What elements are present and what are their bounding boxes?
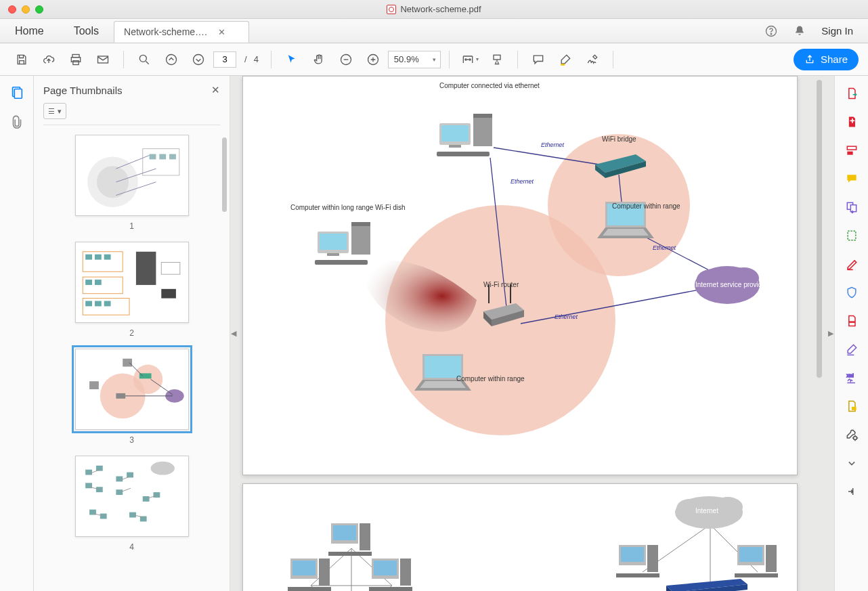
network-diagram (243, 76, 798, 476)
share-button[interactable]: Share (794, 49, 859, 70)
previous-page-icon[interactable] (159, 47, 183, 72)
page-separator: / (244, 54, 247, 64)
thumbnail-options-button[interactable]: ☰ ▾ (43, 103, 66, 119)
protect-icon[interactable] (845, 286, 859, 299)
zoom-window-button[interactable] (35, 5, 43, 14)
export-pdf-icon[interactable] (845, 87, 859, 100)
svg-rect-100 (735, 573, 778, 577)
pdf-file-icon (387, 5, 396, 14)
thumbnail-2[interactable]: 2 (34, 242, 230, 338)
thumbnail-1[interactable]: 1 (34, 135, 230, 231)
svg-rect-18 (159, 154, 166, 160)
page-view-icon[interactable] (485, 47, 509, 72)
svg-rect-106 (850, 205, 856, 212)
svg-rect-39 (89, 381, 99, 389)
window-controls (0, 5, 43, 14)
collapse-left-panel-icon[interactable]: ◀ (230, 322, 237, 346)
left-rail (0, 76, 34, 591)
cloud-upload-icon[interactable] (37, 47, 61, 72)
svg-rect-96 (616, 573, 659, 577)
collapse-right-rail-icon[interactable] (845, 485, 859, 498)
svg-rect-67 (437, 152, 490, 156)
redact-icon[interactable] (845, 257, 859, 271)
highlight-icon[interactable] (553, 47, 578, 72)
show-more-icon[interactable] (845, 456, 859, 470)
edit-pdf-icon[interactable] (845, 144, 859, 157)
svg-point-41 (150, 462, 174, 475)
thumbnails-scrollbar[interactable] (222, 137, 227, 212)
diagram-label: Internet (695, 507, 718, 515)
diagram-label: Computer within range (612, 202, 680, 210)
svg-point-7 (167, 54, 177, 64)
svg-rect-4 (73, 60, 79, 64)
compress-pdf-icon[interactable] (845, 314, 859, 328)
document-tab[interactable]: Network-scheme…. ✕ (114, 21, 249, 43)
organize-pages-icon[interactable] (845, 229, 859, 242)
zoom-level-select[interactable]: 50.9% (388, 51, 441, 68)
create-pdf-icon[interactable] (845, 115, 859, 129)
tab-tools[interactable]: Tools (59, 19, 114, 43)
page-scrollbar[interactable] (817, 80, 822, 378)
svg-rect-99 (766, 545, 777, 572)
svg-rect-21 (83, 277, 123, 294)
diagram-label: Internet service provider (695, 281, 768, 288)
zoom-value: 50.9% (394, 54, 419, 64)
svg-rect-17 (149, 154, 156, 160)
thumbnail-3[interactable]: 3 (34, 349, 230, 445)
page-number-input[interactable] (213, 51, 236, 68)
svg-rect-80 (288, 587, 331, 591)
combine-files-icon[interactable] (845, 200, 859, 214)
zoom-out-icon[interactable] (334, 47, 358, 72)
attachments-icon[interactable] (9, 115, 24, 130)
fit-width-icon[interactable]: ▾ (458, 47, 482, 72)
main-toolbar: / 4 50.9% ▾ Share (0, 43, 868, 76)
diagram-label: Computer connected via ethernet (439, 82, 540, 89)
tab-home[interactable]: Home (0, 19, 59, 43)
page-stage[interactable]: ◀ ▶ (230, 76, 834, 591)
svg-rect-24 (161, 263, 180, 275)
minimize-window-button[interactable] (22, 5, 30, 14)
notifications-icon[interactable] (793, 24, 806, 38)
svg-rect-88 (369, 587, 412, 591)
next-page-icon[interactable] (186, 47, 211, 72)
sign-in-button[interactable]: Sign In (821, 25, 853, 37)
print-icon[interactable] (64, 47, 88, 72)
save-icon[interactable] (9, 47, 34, 72)
close-thumbnails-button[interactable]: ✕ (211, 84, 220, 96)
ethernet-label: Ethernet (541, 141, 564, 148)
svg-rect-42 (85, 470, 92, 475)
thumbnail-label: 1 (129, 221, 134, 231)
fill-sign-icon[interactable] (845, 343, 859, 356)
collapse-right-panel-icon[interactable]: ▶ (827, 322, 834, 346)
share-icon (804, 54, 815, 65)
svg-point-15 (96, 166, 128, 198)
help-icon[interactable] (764, 24, 778, 38)
request-signature-icon[interactable]: xml (845, 371, 859, 385)
svg-rect-33 (104, 301, 110, 307)
thumbnails-list[interactable]: 1 2 3 4 (34, 135, 230, 591)
hand-tool-icon[interactable] (307, 47, 331, 72)
thumbnails-panel-icon[interactable] (9, 85, 24, 100)
svg-rect-73 (315, 260, 368, 265)
svg-rect-68 (351, 222, 370, 255)
email-icon[interactable] (91, 47, 115, 72)
more-tools-icon[interactable] (845, 428, 859, 441)
ethernet-label: Ethernet (653, 244, 676, 251)
comment-icon[interactable] (526, 47, 550, 72)
thumbnail-4[interactable]: 4 (34, 456, 230, 552)
selection-tool-icon[interactable] (280, 47, 304, 72)
share-label: Share (821, 53, 848, 65)
add-comment-icon[interactable] (845, 172, 859, 185)
close-window-button[interactable] (8, 5, 16, 14)
app-tabbar: Home Tools Network-scheme…. ✕ Sign In (0, 19, 868, 43)
convert-icon[interactable] (845, 399, 859, 413)
svg-rect-13 (14, 89, 22, 99)
find-icon[interactable] (132, 47, 156, 72)
svg-rect-69 (351, 222, 370, 226)
close-tab-button[interactable]: ✕ (218, 27, 225, 37)
svg-point-6 (139, 55, 146, 62)
zoom-in-icon[interactable] (361, 47, 385, 72)
svg-rect-32 (94, 301, 101, 307)
sign-icon[interactable] (580, 47, 605, 72)
thumbnail-label: 3 (129, 435, 134, 445)
